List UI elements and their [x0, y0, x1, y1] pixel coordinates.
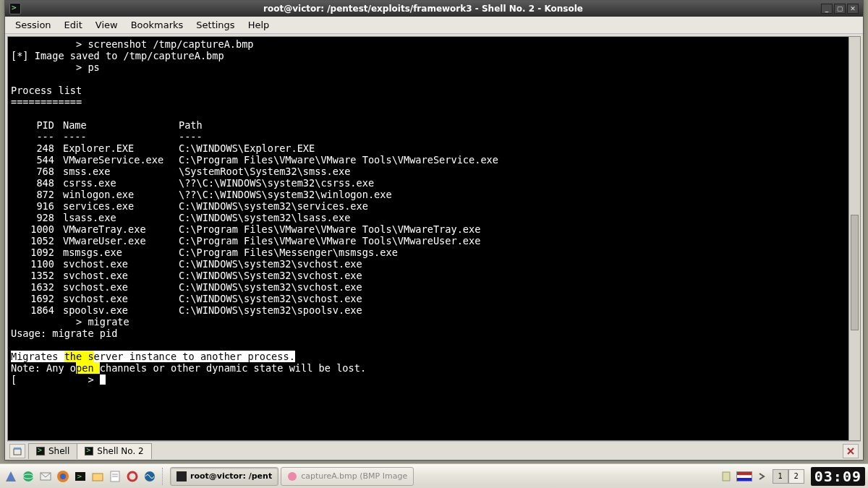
tab-shell-2[interactable]: Shell No. 2 [77, 443, 151, 459]
globe-icon[interactable] [20, 468, 36, 484]
process-list: 248Explorer.EXEC:\WINDOWS\Explorer.EXE54… [11, 142, 857, 316]
proc-path: C:\WINDOWS\system32\svchost.exe [179, 281, 857, 293]
tab-label: Shell [48, 446, 69, 456]
app-icon [9, 3, 21, 14]
proc-path: \??\C:\WINDOWS\system32\winlogon.exe [179, 189, 857, 200]
svg-point-9 [60, 474, 66, 479]
pid: 1092 [11, 247, 63, 258]
menu-bookmarks[interactable]: Bookmarks [125, 17, 190, 33]
pid: 1632 [11, 281, 63, 293]
pid: 1052 [11, 235, 63, 247]
close-tab-button[interactable] [843, 444, 859, 458]
clock[interactable]: 03:09 [811, 467, 865, 486]
process-row: 1352svchost.exeC:\WINDOWS\System32\svcho… [11, 270, 857, 281]
new-tab-icon [13, 447, 22, 455]
process-row: 768smss.exe\SystemRoot\System32\smss.exe [11, 166, 857, 177]
terminal-output-2: > migrate Usage: migrate pid Migrates th… [11, 316, 857, 385]
pager-desktop-1[interactable]: 1 [773, 469, 788, 484]
process-row: 1100svchost.exeC:\WINDOWS\system32\svcho… [11, 258, 857, 270]
svg-point-16 [128, 472, 137, 481]
minimize-button[interactable]: _ [821, 4, 833, 14]
highlighted-line: Migrates [11, 351, 64, 362]
close-button[interactable]: ✕ [847, 4, 859, 14]
pid: 544 [11, 154, 63, 166]
terminal-container: > screenshot /tmp/captureA.bmp [*] Image… [5, 34, 863, 460]
pid: 848 [11, 177, 63, 189]
proc-name: VMwareTray.exe [63, 223, 179, 235]
keyboard-layout-indicator[interactable] [736, 471, 752, 481]
proc-path: C:\Program Files\Messenger\msmsgs.exe [179, 247, 857, 258]
pid: 1692 [11, 293, 63, 304]
process-row: 872winlogon.exe\??\C:\WINDOWS\system32\w… [11, 189, 857, 200]
maximize-button[interactable]: ▢ [834, 4, 846, 14]
proc-path: C:\WINDOWS\Explorer.EXE [179, 142, 857, 154]
svg-point-18 [288, 472, 297, 481]
pager-desktop-2[interactable]: 2 [788, 469, 804, 484]
proc-name: winlogon.exe [63, 189, 179, 200]
menu-help[interactable]: Help [242, 17, 276, 33]
menu-session[interactable]: Session [9, 17, 57, 33]
proc-name: svchost.exe [63, 270, 179, 281]
desktop: root@victor: /pentest/exploits/framework… [0, 0, 868, 488]
editor-icon[interactable] [107, 468, 123, 484]
new-tab-button[interactable] [9, 444, 25, 458]
process-row: 1052VMwareUser.exeC:\Program Files\VMwar… [11, 235, 857, 247]
proc-path: C:\WINDOWS\system32\lsass.exe [179, 212, 857, 223]
redacted-prompt [11, 61, 70, 73]
svg-marker-4 [6, 471, 16, 481]
quick-launch: > [3, 468, 158, 484]
menu-settings[interactable]: Settings [190, 17, 240, 33]
process-header-rule: ----------- [11, 131, 857, 142]
scrollbar-thumb[interactable] [851, 215, 859, 330]
pid: 1352 [11, 270, 63, 281]
proc-path: \??\C:\WINDOWS\system32\csrss.exe [179, 177, 857, 189]
process-row: 248Explorer.EXEC:\WINDOWS\Explorer.EXE [11, 142, 857, 154]
process-row: 1864spoolsv.exeC:\WINDOWS\system32\spool… [11, 304, 857, 316]
proc-path: C:\WINDOWS\system32\spoolsv.exe [179, 304, 857, 316]
close-icon [847, 448, 854, 455]
terminal-output: > screenshot /tmp/captureA.bmp [*] Image… [11, 38, 857, 108]
svg-rect-0 [14, 449, 21, 455]
svg-text:>: > [77, 473, 82, 480]
pid: 768 [11, 166, 63, 177]
process-row: 1692svchost.exeC:\WINDOWS\system32\svcho… [11, 293, 857, 304]
proc-name: msmsgs.exe [63, 247, 179, 258]
terminal[interactable]: > screenshot /tmp/captureA.bmp [*] Image… [7, 36, 861, 441]
proc-path: C:\Program Files\VMware\VMware Tools\VMw… [179, 154, 857, 166]
menu-view[interactable]: View [90, 17, 124, 33]
tray-arrow-icon[interactable] [754, 468, 770, 484]
pid: 1864 [11, 304, 63, 316]
tool-icon[interactable] [124, 468, 140, 484]
process-row: 544VMwareService.exeC:\Program Files\VMw… [11, 154, 857, 166]
taskbar: > root@victor: /pent captureA.bmp (BMP I… [0, 463, 868, 488]
separator [162, 468, 166, 485]
terminal-icon [36, 447, 45, 455]
task-image-viewer[interactable]: captureA.bmp (BMP Image [281, 467, 414, 486]
task-label: root@victor: /pent [190, 471, 272, 481]
scrollbar-vertical[interactable] [848, 37, 860, 440]
terminal-icon [85, 447, 93, 455]
proc-path: C:\Program Files\VMware\VMware Tools\VMw… [179, 235, 857, 247]
cursor [100, 374, 106, 385]
menu-edit[interactable]: Edit [59, 17, 88, 33]
proc-name: VMwareUser.exe [63, 235, 179, 247]
places-icon[interactable] [90, 468, 106, 484]
firefox-icon[interactable] [55, 468, 71, 484]
svg-rect-12 [93, 474, 103, 481]
kmenu-icon[interactable] [3, 468, 19, 484]
proc-name: svchost.exe [63, 258, 179, 270]
terminal-icon[interactable]: > [72, 468, 88, 484]
process-row: 1632svchost.exeC:\WINDOWS\system32\svcho… [11, 281, 857, 293]
titlebar[interactable]: root@victor: /pentest/exploits/framework… [5, 1, 863, 17]
mail-icon[interactable] [38, 468, 54, 484]
tray-klipper-icon[interactable] [718, 468, 734, 484]
task-label: captureA.bmp (BMP Image [301, 471, 407, 481]
proc-name: VMwareService.exe [63, 154, 179, 166]
proc-path: C:\WINDOWS\system32\svchost.exe [179, 258, 857, 270]
process-row: 928lsass.exeC:\WINDOWS\system32\lsass.ex… [11, 212, 857, 223]
task-konsole[interactable]: root@victor: /pent [170, 467, 278, 486]
proc-name: csrss.exe [63, 177, 179, 189]
tab-shell[interactable]: Shell [28, 443, 77, 459]
terminal-icon [176, 471, 187, 481]
wireshark-icon[interactable] [142, 468, 158, 484]
